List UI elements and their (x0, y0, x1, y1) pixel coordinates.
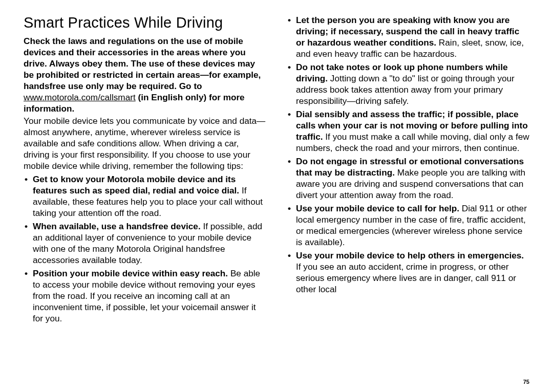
bullet-bold: When available, use a handsfree device. (33, 221, 201, 231)
list-item: Position your mobile device within easy … (24, 268, 266, 324)
bullet-bold: Get to know your Motorola mobile device … (33, 174, 239, 195)
list-item: Use your mobile device to help others in… (287, 250, 529, 295)
page-number: 75 (523, 379, 529, 385)
list-item: Do not engage in stressful or emotional … (287, 156, 529, 201)
bullet-rest: If you must make a call while moving, di… (296, 132, 529, 153)
left-bullet-list: Get to know your Motorola mobile device … (24, 173, 266, 324)
intro-link[interactable]: www.motorola.com/callsmart (24, 92, 136, 102)
bullet-rest: Jotting down a "to do" list or going thr… (296, 73, 515, 106)
two-column-layout: Smart Practices While Driving Check the … (24, 14, 529, 326)
list-item: Dial sensibly and assess the traffic; if… (287, 108, 529, 154)
list-item: Do not take notes or look up phone numbe… (287, 61, 529, 106)
bullet-bold: Use your mobile device to help others in… (296, 250, 524, 260)
list-item: Let the person you are speaking with kno… (287, 14, 529, 59)
intro-bold-pre: Check the laws and regulations on the us… (24, 36, 261, 91)
bullet-bold: Position your mobile device within easy … (33, 268, 228, 278)
list-item: Get to know your Motorola mobile device … (24, 173, 266, 219)
right-bullet-list: Let the person you are speaking with kno… (287, 14, 529, 295)
bullet-rest: If you see an auto accident, crime in pr… (296, 262, 516, 294)
bullet-bold: Use your mobile device to call for help. (296, 203, 459, 213)
left-column: Smart Practices While Driving Check the … (24, 14, 266, 326)
intro-paragraph: Check the laws and regulations on the us… (24, 35, 266, 114)
document-page: Smart Practices While Driving Check the … (0, 0, 553, 392)
list-item: When available, use a handsfree device. … (24, 221, 266, 266)
list-item: Use your mobile device to call for help.… (287, 203, 529, 248)
right-column: Let the person you are speaking with kno… (287, 14, 529, 326)
page-heading: Smart Practices While Driving (24, 14, 266, 31)
body-paragraph: Your mobile device lets you communicate … (24, 115, 266, 171)
